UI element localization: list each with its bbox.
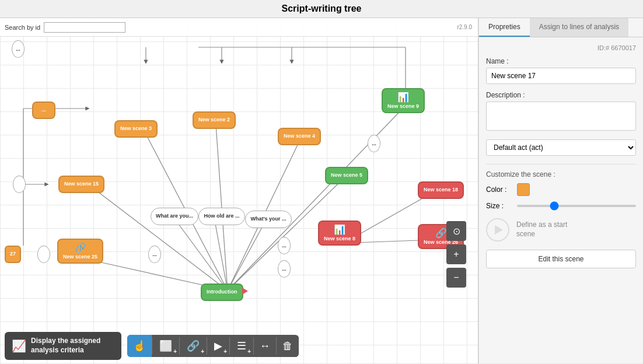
question-node-2[interactable]: How old are ... (198, 208, 245, 225)
scene-node-25[interactable]: 🔗 New scene 25 (57, 239, 103, 264)
start-scene-btn[interactable] (486, 218, 509, 242)
target-btn[interactable]: ⊙ (446, 221, 466, 241)
panel-tabs: Propreties Assign to lines of analysis (479, 18, 643, 37)
tab-properties[interactable]: Propreties (479, 18, 530, 37)
panel-content: ID:# 6670017 Name : Description : Defaul… (479, 37, 643, 363)
scene-node-15[interactable]: New scene 15 (58, 176, 104, 193)
connector-small-2: ... (368, 135, 380, 152)
play-icon (495, 225, 503, 235)
tab-assign[interactable]: Assign to lines of analysis (530, 18, 628, 37)
act-select[interactable]: Default act (act) (486, 139, 636, 156)
scene-node-introduction[interactable]: Introduction (201, 284, 243, 301)
scene-node-ellipsis[interactable]: ... (32, 102, 55, 119)
connector-small-3: ... (148, 246, 161, 263)
top-bar: Search by id r2.9.0 (0, 18, 478, 37)
play-indicator (242, 288, 248, 295)
canvas-area: Search by id r2.9.0 (0, 18, 478, 363)
act-row: Default act (act) (486, 139, 636, 156)
color-row: Color : (486, 183, 636, 196)
connector-node[interactable]: ... (12, 40, 25, 58)
tool-scene-btn[interactable]: ⬜ + (152, 335, 179, 357)
panel-id: ID:# 6670017 (486, 44, 636, 51)
question-node-1[interactable]: What are you... (151, 208, 198, 225)
customize-label: Customize the scene : (486, 164, 636, 178)
desc-label: Description : (486, 91, 636, 99)
size-label: Size : (486, 202, 512, 210)
right-panel: Propreties Assign to lines of analysis I… (478, 18, 643, 363)
zoom-in-btn[interactable]: + (446, 244, 466, 264)
tool-connect-btn[interactable]: ↔ (254, 335, 276, 357)
connector-small-4: ... (278, 237, 291, 254)
tool-media-btn[interactable]: ▶ + (207, 335, 229, 357)
page-title: Script-writing tree (0, 0, 643, 18)
size-row: Size : (486, 202, 636, 210)
bottom-toolbar: 📈 Display the assignedanalysis criteria … (0, 328, 478, 363)
color-label: Color : (486, 186, 512, 194)
scene-node-3[interactable]: New scene 3 (114, 120, 158, 138)
scene-node-27[interactable]: 27 (5, 246, 21, 263)
tool-delete-btn[interactable]: 🗑 (277, 335, 299, 357)
size-slider[interactable] (517, 205, 636, 207)
search-label: Search by id (5, 24, 40, 31)
start-scene-row: Define as a startscene (486, 218, 636, 242)
zoom-out-btn[interactable]: − (446, 268, 466, 288)
version-label: r2.9.0 (457, 24, 472, 30)
scene-node-18[interactable]: New scene 18 (418, 181, 464, 199)
tool-list-btn[interactable]: ☰ + (230, 335, 253, 357)
tool-link-btn[interactable]: 🔗 + (180, 335, 207, 357)
analysis-criteria-btn[interactable]: 📈 Display the assignedanalysis criteria (5, 332, 121, 359)
connector-small-6 (37, 246, 50, 263)
name-label: Name : (486, 57, 636, 65)
scene-node-8[interactable]: 📊 New scene 8 (318, 220, 361, 246)
scene-node-5[interactable]: New scene 5 (325, 167, 368, 184)
chart-icon: 📈 (12, 339, 26, 353)
scene-node-4[interactable]: New scene 4 (278, 128, 321, 145)
zoom-controls: ⊙ + − (446, 221, 466, 288)
connector-small-5: ... (278, 260, 291, 278)
tool-group-main: ☝️ ⬜ + 🔗 + ▶ + ☰ (127, 335, 299, 357)
color-swatch[interactable] (517, 183, 530, 196)
name-input[interactable] (486, 68, 636, 84)
edit-scene-btn[interactable]: Edit this scene (486, 250, 636, 268)
question-node-3[interactable]: What's your ... (245, 211, 292, 228)
search-input[interactable] (44, 22, 125, 33)
scene-node-2[interactable]: New scene 2 (193, 111, 236, 129)
nodes-layer: ... ... New scene 3 New scene 2 New scen… (0, 18, 478, 363)
description-textarea[interactable] (486, 102, 636, 131)
connector-small-1[interactable] (13, 176, 26, 193)
scene-node-9[interactable]: 📊 New scene 9 (382, 88, 425, 113)
start-scene-label: Define as a startscene (516, 220, 567, 239)
analysis-btn-label: Display the assignedanalysis criteria (31, 337, 100, 355)
tool-pointer-btn[interactable]: ☝️ (127, 335, 152, 357)
